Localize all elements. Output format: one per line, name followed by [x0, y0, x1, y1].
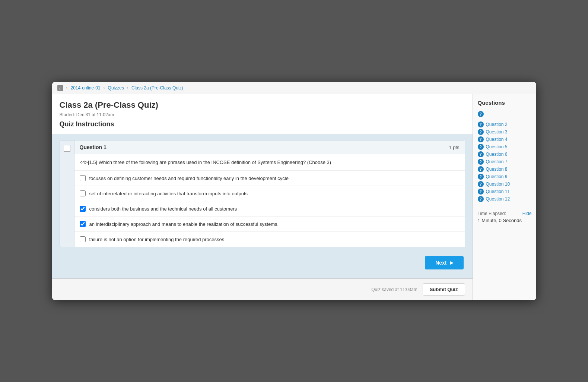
answer-checkbox-2[interactable] — [80, 190, 86, 196]
answer-text-5: failure is not an option for implementin… — [89, 237, 225, 242]
question-header: Question 1 1 pts — [74, 141, 465, 154]
page-title: Class 2a (Pre-Class Quiz) — [60, 100, 465, 110]
q-icon-12: ? — [478, 196, 484, 202]
q-icon-7: ? — [478, 159, 484, 165]
sidebar-title: Questions — [478, 100, 532, 106]
quiz-instructions-title: Quiz Instructions — [60, 120, 465, 128]
answer-option-4: an interdisciplinary approach and means … — [74, 217, 465, 232]
page-header: Class 2a (Pre-Class Quiz) Started: Dec 3… — [52, 94, 473, 134]
nav-buttons: Next ▶ — [60, 253, 465, 272]
q-icon-3: ? — [478, 129, 484, 135]
breadcrumb-quizzes[interactable]: Quizzes — [108, 85, 124, 91]
sidebar-item-q3[interactable]: ?Question 3 — [478, 128, 532, 136]
question-flag-area — [60, 141, 74, 247]
sidebar-item-label-q9: Question 9 — [486, 174, 508, 179]
question-label: Question 1 — [80, 144, 107, 150]
answer-text-4: an interdisciplinary approach and means … — [89, 221, 279, 227]
answer-options: focuses on defining customer needs and r… — [74, 171, 465, 247]
sidebar-item-q6[interactable]: ?Question 6 — [478, 151, 532, 158]
breadcrumb-course[interactable]: 2014-online-01 — [71, 85, 101, 91]
sidebar-item-label-q3: Question 3 — [486, 129, 508, 135]
saved-text: Quiz saved at 11:03am — [371, 287, 417, 292]
q-icon-8: ? — [478, 166, 484, 172]
answer-checkbox-3[interactable] — [80, 206, 86, 212]
sidebar-item-label-q10: Question 10 — [486, 181, 510, 187]
question-container: Question 1 1 pts <4>[1.5] Which three of… — [60, 140, 465, 247]
next-arrow-icon: ▶ — [450, 260, 453, 265]
sidebar-item-q9[interactable]: ?Question 9 — [478, 173, 532, 180]
sidebar: Questions ? ?Question 2?Question 3?Quest… — [473, 94, 536, 300]
sidebar-item-label-q4: Question 4 — [486, 137, 508, 142]
question-inner: Question 1 1 pts <4>[1.5] Which three of… — [74, 141, 465, 247]
answer-text-1: focuses on defining customer needs and r… — [89, 176, 289, 181]
sidebar-item-q7[interactable]: ?Question 7 — [478, 158, 532, 165]
time-hide-link[interactable]: Hide — [522, 211, 532, 216]
question-pts: 1 pts — [449, 145, 459, 150]
started-text: Started: Dec 31 at 11:02am — [60, 112, 465, 117]
q-icon-11: ? — [478, 189, 484, 195]
home-icon[interactable]: ⌂ — [57, 85, 63, 91]
flag-checkbox[interactable] — [64, 145, 70, 152]
sidebar-item-label-q8: Question 8 — [486, 167, 508, 172]
next-label: Next — [435, 260, 446, 266]
sidebar-item-label-q11: Question 11 — [486, 189, 510, 194]
sidebar-item-q4[interactable]: ?Question 4 — [478, 136, 532, 143]
answer-option-2: set of interrelated or interacting activ… — [74, 186, 465, 201]
answer-text-2: set of interrelated or interacting activ… — [89, 191, 248, 196]
q-icon-10: ? — [478, 181, 484, 187]
answer-checkbox-1[interactable] — [80, 175, 86, 181]
submit-quiz-button[interactable]: Submit Quiz — [423, 283, 465, 296]
next-button[interactable]: Next ▶ — [425, 256, 463, 269]
q-icon-6: ? — [478, 151, 484, 157]
quiz-body: Question 1 1 pts <4>[1.5] Which three of… — [52, 134, 473, 278]
answer-checkbox-4[interactable] — [80, 221, 86, 227]
sidebar-partial-question[interactable]: ? — [478, 111, 532, 117]
sidebar-item-label-q12: Question 12 — [486, 196, 510, 202]
sidebar-item-q11[interactable]: ?Question 11 — [478, 188, 532, 195]
sidebar-item-q12[interactable]: ?Question 12 — [478, 195, 532, 203]
q-icon-2: ? — [478, 121, 484, 127]
sidebar-item-q8[interactable]: ?Question 8 — [478, 165, 532, 173]
sidebar-item-label-q2: Question 2 — [486, 122, 508, 127]
question-text: <4>[1.5] Which three of the following ar… — [74, 154, 465, 171]
q-icon-9: ? — [478, 174, 484, 180]
breadcrumb-bar: ⌂ › 2014-online-01 › Quizzes › Class 2a … — [52, 82, 536, 94]
sidebar-item-q10[interactable]: ?Question 10 — [478, 180, 532, 188]
breadcrumb-current[interactable]: Class 2a (Pre-Class Quiz) — [131, 85, 183, 91]
time-value: 1 Minute, 0 Seconds — [478, 218, 532, 223]
footer-bar: Quiz saved at 11:03am Submit Quiz — [52, 278, 473, 300]
sidebar-item-q5[interactable]: ?Question 5 — [478, 143, 532, 151]
sidebar-item-label-q7: Question 7 — [486, 159, 508, 164]
q-icon-5: ? — [478, 144, 484, 150]
sidebar-item-label-q5: Question 5 — [486, 144, 508, 149]
sidebar-questions-list: ?Question 2?Question 3?Question 4?Questi… — [478, 121, 532, 203]
sidebar-item-q2[interactable]: ?Question 2 — [478, 121, 532, 128]
answer-option-3: considers both the business and the tech… — [74, 201, 465, 217]
q-icon-4: ? — [478, 136, 484, 142]
answer-option-5: failure is not an option for implementin… — [74, 232, 465, 247]
q-icon-partial: ? — [478, 111, 484, 117]
answer-option-1: focuses on defining customer needs and r… — [74, 171, 465, 186]
answer-text-3: considers both the business and the tech… — [89, 206, 237, 212]
time-section: Time Elapsed: Hide 1 Minute, 0 Seconds — [478, 211, 532, 223]
answer-checkbox-5[interactable] — [80, 236, 86, 242]
time-elapsed-label: Time Elapsed: — [478, 211, 506, 216]
sidebar-item-label-q6: Question 6 — [486, 152, 508, 157]
